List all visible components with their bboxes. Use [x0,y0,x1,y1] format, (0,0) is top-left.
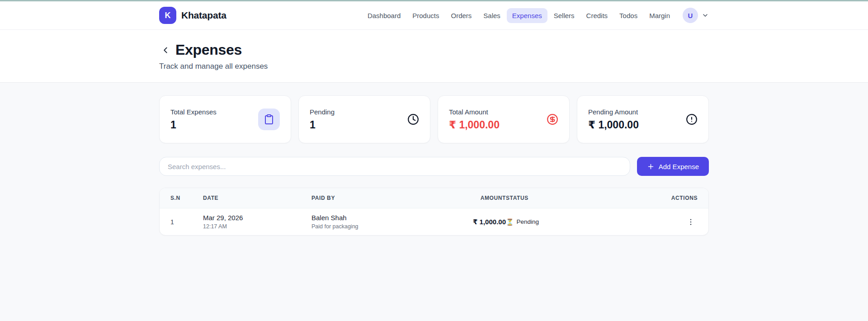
brand-name: Khatapata [181,10,226,21]
search-input[interactable] [159,157,630,176]
nav-item-credits[interactable]: Credits [581,8,613,23]
row-paid-by: Balen Shah [311,214,434,222]
nav-item-expenses[interactable]: Expenses [507,8,547,23]
status-label: Pending [516,218,539,225]
row-amount: ₹ 1,000.00 [434,212,506,231]
nav-item-sellers[interactable]: Sellers [548,8,580,23]
user-menu-button[interactable] [702,12,709,19]
add-expense-label: Add Expense [659,163,699,170]
nav-item-sales[interactable]: Sales [478,8,506,23]
clipboard-icon [258,109,280,130]
brand[interactable]: K Khatapata [159,7,226,24]
row-date: Mar 29, 2026 [203,214,311,222]
nav-item-todos[interactable]: Todos [614,8,643,23]
row-date-cell: Mar 29, 2026 12:17 AM [203,208,311,235]
table-header-row: S.N DATE PAID BY AMOUNT STATUS ACTIONS [160,188,708,208]
dollar-circle-icon [547,113,558,125]
row-note: Paid for packaging [311,223,434,230]
stat-label: Pending Amount [588,108,639,116]
brand-logo: K [159,7,176,24]
stat-value: ₹ 1,000.00 [588,119,639,131]
column-header-actions: ACTIONS [660,188,698,208]
page-header: Expenses Track and manage all expenses [0,30,868,83]
nav-item-dashboard[interactable]: Dashboard [362,8,406,23]
stat-label: Total Expenses [170,108,217,116]
nav-item-products[interactable]: Products [407,8,444,23]
alert-circle-icon [686,113,698,125]
stat-cards: Total Expenses 1 Pending 1 Total Amo [159,95,709,143]
kebab-menu-icon [687,218,695,226]
chevron-left-icon [160,45,170,55]
plus-icon [647,163,655,170]
column-header-sn: S.N [170,188,203,208]
main-nav: Dashboard Products Orders Sales Expenses… [362,8,709,23]
stat-card-total-amount: Total Amount ₹ 1,000.00 [438,95,570,143]
navbar: K Khatapata Dashboard Products Orders Sa… [0,1,868,30]
stat-value: ₹ 1,000.00 [449,119,500,131]
nav-item-orders[interactable]: Orders [445,8,477,23]
stat-card-pending: Pending 1 [298,95,430,143]
stat-card-pending-amount: Pending Amount ₹ 1,000.00 [577,95,709,143]
main-content: Total Expenses 1 Pending 1 Total Amo [0,83,868,236]
column-header-date: DATE [203,188,311,208]
row-status-cell: ⏳ Pending [506,213,660,231]
status-badge: ⏳ Pending [506,218,660,226]
table-row[interactable]: 1 Mar 29, 2026 12:17 AM Balen Shah Paid … [160,208,708,235]
column-header-amount: AMOUNT [434,188,506,208]
user-avatar[interactable]: U [683,8,698,23]
expenses-table: S.N DATE PAID BY AMOUNT STATUS ACTIONS 1… [159,188,709,236]
row-actions-cell [660,210,698,234]
add-expense-button[interactable]: Add Expense [637,157,709,176]
page-title: Expenses [175,42,242,58]
column-header-status: STATUS [506,188,660,208]
stat-value: 1 [310,119,335,131]
toolbar: Add Expense [159,157,709,176]
nav-item-margin[interactable]: Margin [644,8,675,23]
chevron-down-icon [702,12,709,19]
clock-icon [407,113,419,125]
column-header-paid-by: PAID BY [311,188,434,208]
stat-card-total-expenses: Total Expenses 1 [159,95,291,143]
stat-label: Pending [310,108,335,116]
row-time: 12:17 AM [203,223,311,230]
hourglass-icon: ⏳ [506,218,514,226]
brand-logo-letter: K [165,11,171,20]
page-subtitle: Track and manage all expenses [159,62,709,71]
back-button[interactable] [159,44,172,57]
stat-value: 1 [170,119,217,131]
row-paid-by-cell: Balen Shah Paid for packaging [311,208,434,235]
row-sn: 1 [170,213,203,231]
row-actions-button[interactable] [684,215,698,229]
stat-label: Total Amount [449,108,500,116]
